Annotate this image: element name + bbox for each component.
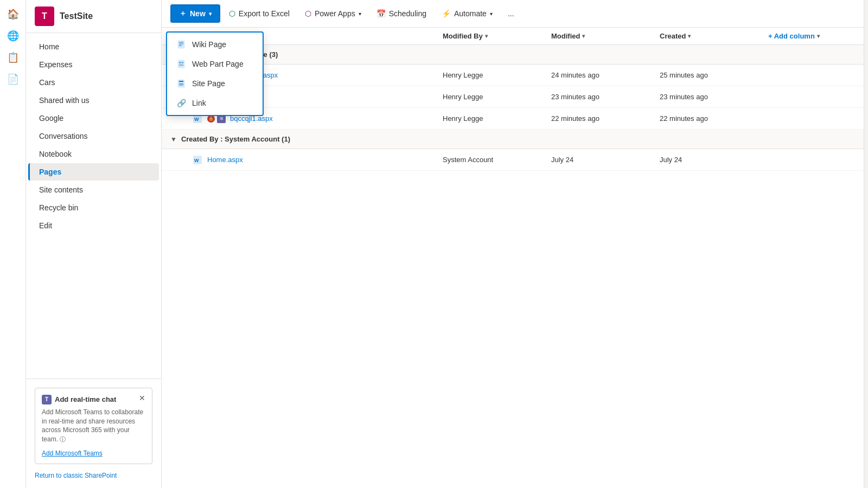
info-icon[interactable]: ⓘ — [60, 436, 66, 442]
new-button[interactable]: ＋ New ▾ — [170, 4, 220, 23]
created-header[interactable]: Created ▾ — [660, 32, 768, 40]
dropdown-item-link-label: Link — [192, 99, 206, 107]
table-row: W 🔒 ⊞ bqccqjl1.aspx Henry Legge 22 minut… — [162, 108, 864, 130]
sidebar-item-expenses[interactable]: Expenses — [28, 56, 159, 73]
svg-rect-0 — [178, 41, 184, 48]
modified-cell: 24 minutes ago — [551, 71, 660, 79]
svg-rect-9 — [179, 81, 183, 82]
sidebar-item-home[interactable]: Home — [28, 38, 159, 55]
svg-rect-6 — [182, 62, 183, 63]
site-page-icon — [176, 78, 187, 89]
scheduling-icon: 📅 — [376, 9, 386, 18]
sidebar-item-notebook[interactable]: Notebook — [28, 145, 159, 163]
main-content: ＋ New ▾ ⬡ Export to Excel ⬡ Power Apps ▾… — [162, 0, 864, 488]
dropdown-item-wiki-page-label: Wiki Page — [192, 40, 226, 49]
site-name: TestSite — [60, 11, 93, 21]
dropdown-item-site-page[interactable]: Site Page — [167, 74, 263, 93]
dropdown-item-web-part-page-label: Web Part Page — [192, 60, 244, 68]
group-label-system: Created By : System Account (1) — [181, 135, 290, 143]
created-sort-icon: ▾ — [688, 33, 691, 39]
table-row: W FirstWiki.aspx Henry Legge 23 minutes … — [162, 86, 864, 108]
svg-rect-4 — [178, 60, 184, 68]
export-to-excel-button[interactable]: ⬡ Export to Excel — [222, 6, 296, 21]
group-header-system[interactable]: ▼ Created By : System Account (1) — [162, 130, 864, 149]
created-cell: 22 minutes ago — [660, 114, 768, 123]
sidebar-item-google[interactable]: Google — [28, 110, 159, 127]
svg-text:W: W — [194, 158, 199, 163]
left-rail: 🏠 🌐 📋 📄 — [0, 0, 26, 488]
dropdown-item-wiki-page[interactable]: Wiki Page — [167, 35, 263, 54]
sidebar-item-pages[interactable]: Pages — [28, 163, 159, 181]
dropdown-item-site-page-label: Site Page — [192, 79, 225, 88]
column-headers: Modified By ▾ Modified ▾ Created ▾ + Add… — [162, 28, 864, 45]
modified-by-cell: Henry Legge — [443, 114, 551, 123]
file-aspx-icon: W — [192, 155, 203, 165]
modified-sort-icon: ▾ — [582, 33, 585, 39]
page-rail-icon[interactable]: 📄 — [3, 69, 23, 89]
created-cell: 25 minutes ago — [660, 71, 768, 79]
toolbar: ＋ New ▾ ⬡ Export to Excel ⬡ Power Apps ▾… — [162, 0, 864, 28]
dropdown-item-link[interactable]: 🔗 Link — [167, 93, 263, 113]
created-cell: 23 minutes ago — [660, 93, 768, 101]
sidebar-item-conversations[interactable]: Conversations — [28, 127, 159, 145]
new-dropdown-menu: Wiki Page Web Part Page — [166, 31, 264, 116]
modified-cell: July 24 — [551, 156, 660, 164]
automate-button[interactable]: ⚡ Automate ▾ — [435, 6, 499, 21]
right-edge — [864, 0, 868, 488]
sidebar: T TestSite Home Expenses Cars Shared wit… — [26, 0, 162, 488]
automate-icon: ⚡ — [442, 9, 451, 18]
add-column-button[interactable]: + Add column ▾ — [768, 32, 855, 40]
group-header-henry[interactable]: ▼ Created By : Henry Legge (3) — [162, 45, 864, 65]
table-row: W 🔒 ⊞ 6uovmnf5.aspx Henry Legge 24 minut… — [162, 65, 864, 86]
modified-by-cell: Henry Legge — [443, 93, 551, 101]
power-apps-icon: ⬡ — [305, 9, 311, 18]
return-to-classic-link[interactable]: Return to classic SharePoint — [35, 472, 117, 479]
link-icon: 🔗 — [176, 98, 187, 108]
modified-header[interactable]: Modified ▾ — [551, 32, 660, 40]
sidebar-item-site-contents[interactable]: Site contents — [28, 181, 159, 198]
group-chevron-system-icon: ▼ — [170, 136, 177, 143]
svg-rect-10 — [179, 83, 183, 86]
dropdown-item-web-part-page[interactable]: Web Part Page — [167, 54, 263, 74]
sidebar-footer: ✕ T Add real-time chat Add Microsoft Tea… — [26, 378, 161, 488]
sidebar-item-edit[interactable]: Edit — [28, 217, 159, 234]
automate-chevron-icon: ▾ — [490, 11, 493, 17]
svg-rect-5 — [179, 62, 181, 63]
sidebar-item-shared[interactable]: Shared with us — [28, 92, 159, 109]
modified-by-header[interactable]: Modified By ▾ — [443, 32, 551, 40]
home-rail-icon[interactable]: 🏠 — [3, 4, 23, 24]
file-name[interactable]: Home.aspx — [207, 156, 243, 164]
modified-cell: 22 minutes ago — [551, 114, 660, 123]
modified-cell: 23 minutes ago — [551, 93, 660, 101]
plus-icon: ＋ — [179, 9, 187, 18]
sidebar-item-cars[interactable]: Cars — [28, 74, 159, 91]
web-part-page-icon — [176, 59, 187, 69]
chat-widget: ✕ T Add real-time chat Add Microsoft Tea… — [35, 388, 152, 464]
add-column-chevron-icon: ▾ — [817, 33, 820, 39]
clipboard-rail-icon[interactable]: 📋 — [3, 48, 23, 67]
wiki-page-icon — [176, 39, 187, 50]
nav-list: Home Expenses Cars Shared with us Google… — [26, 33, 161, 378]
globe-rail-icon[interactable]: 🌐 — [3, 26, 23, 46]
dropdown-menu-container: Wiki Page Web Part Page — [166, 31, 264, 116]
more-button[interactable]: ... — [501, 6, 521, 21]
teams-icon: T — [42, 395, 52, 404]
chat-widget-body: Add Microsoft Teams to collaborate in re… — [42, 408, 145, 444]
table-area: Modified By ▾ Modified ▾ Created ▾ + Add… — [162, 28, 864, 488]
svg-rect-7 — [179, 65, 183, 66]
scheduling-button[interactable]: 📅 Scheduling — [370, 6, 433, 21]
export-icon: ⬡ — [229, 9, 235, 18]
file-cell: W Home.aspx — [192, 155, 443, 165]
table-row: W Home.aspx System Account July 24 July … — [162, 149, 864, 171]
chat-widget-close-button[interactable]: ✕ — [137, 393, 148, 403]
power-apps-chevron-icon: ▾ — [359, 11, 361, 17]
site-header: T TestSite — [26, 0, 161, 33]
modified-by-sort-icon: ▾ — [485, 33, 488, 39]
sidebar-item-recycle-bin[interactable]: Recycle bin — [28, 199, 159, 216]
power-apps-button[interactable]: ⬡ Power Apps ▾ — [298, 6, 368, 21]
modified-by-cell: System Account — [443, 156, 551, 164]
add-teams-link[interactable]: Add Microsoft Teams — [42, 450, 103, 457]
modified-by-cell: Henry Legge — [443, 71, 551, 79]
svg-text:W: W — [194, 117, 199, 122]
site-logo: T — [35, 7, 54, 26]
